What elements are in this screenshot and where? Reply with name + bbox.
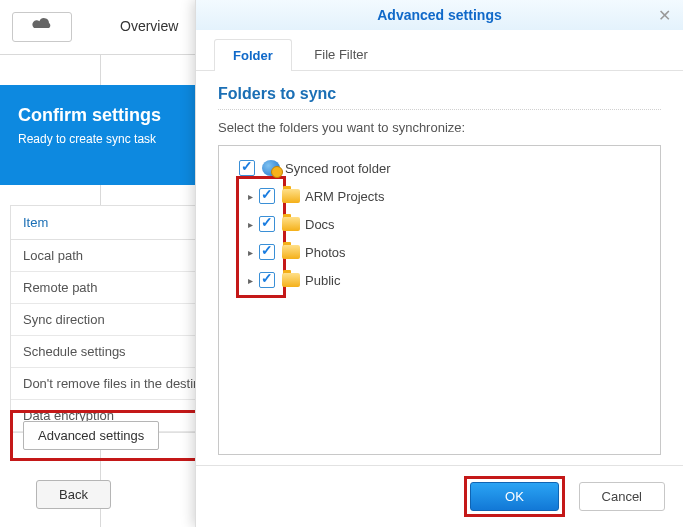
folder-icon — [282, 245, 300, 259]
cloud-icon — [30, 16, 54, 32]
checkbox-folder[interactable] — [259, 244, 275, 260]
modal-tabs: Folder File Filter — [196, 30, 683, 71]
cancel-button[interactable]: Cancel — [579, 482, 665, 511]
cloud-button[interactable] — [12, 12, 72, 42]
banner-title: Confirm settings — [18, 105, 182, 126]
banner-subtitle: Ready to create sync task — [18, 132, 182, 146]
back-button[interactable]: Back — [36, 480, 111, 509]
tree-label: Photos — [305, 245, 345, 260]
tree-label: ARM Projects — [305, 189, 384, 204]
advanced-settings-modal: Advanced settings ✕ Folder File Filter F… — [195, 0, 683, 527]
instruction-text: Select the folders you want to synchroni… — [218, 120, 661, 135]
confirm-banner: Confirm settings Ready to create sync ta… — [0, 85, 200, 185]
tree-label: Synced root folder — [285, 161, 391, 176]
tab-file-filter[interactable]: File Filter — [295, 38, 386, 70]
sync-root-icon — [262, 160, 280, 176]
modal-header: Advanced settings ✕ — [196, 0, 683, 30]
ok-button[interactable]: OK — [470, 482, 559, 511]
section-title: Folders to sync — [218, 85, 661, 110]
advanced-settings-button[interactable]: Advanced settings — [23, 421, 159, 450]
checkbox-folder[interactable] — [259, 272, 275, 288]
tree-label: Docs — [305, 217, 335, 232]
folder-tree[interactable]: Synced root folder ▸ ARM Projects ▸ Docs… — [218, 145, 661, 455]
checkbox-root[interactable] — [239, 160, 255, 176]
folder-icon — [282, 189, 300, 203]
folder-icon — [282, 217, 300, 231]
close-icon[interactable]: ✕ — [658, 6, 671, 25]
checkbox-folder[interactable] — [259, 216, 275, 232]
modal-title: Advanced settings — [377, 7, 501, 23]
checkbox-folder[interactable] — [259, 188, 275, 204]
folder-icon — [282, 273, 300, 287]
tree-label: Public — [305, 273, 340, 288]
tab-folder[interactable]: Folder — [214, 39, 292, 71]
ok-highlight: OK — [464, 476, 565, 517]
overview-tab[interactable]: Overview — [120, 18, 178, 34]
modal-footer: OK Cancel — [196, 465, 683, 527]
